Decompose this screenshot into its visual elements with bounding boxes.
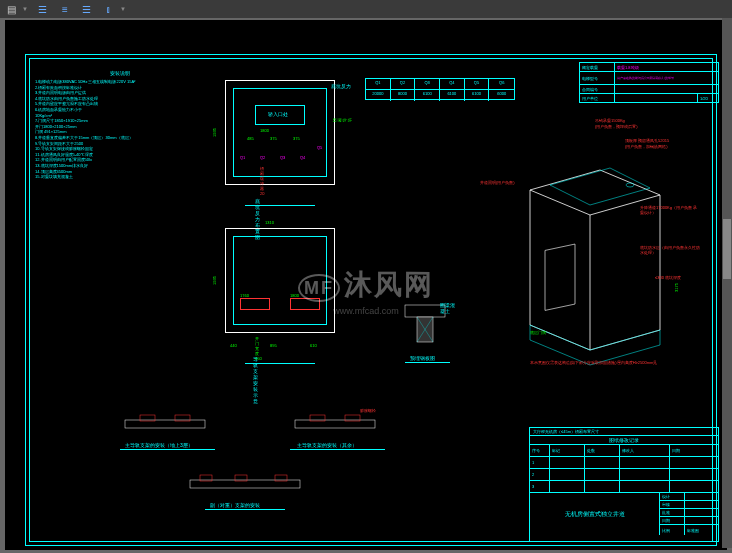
isometric-view: 吊钩承重1500Kg (用户负责，预埋或后置) 顶板厚 预留通风孔52015 (… <box>500 130 700 364</box>
iso-light: 井道照明(用户负责) <box>480 180 515 185</box>
info-block: 额定载重 载重1.8吨级 电梯型号 用户需在购货前与我公司联系确认订货型号 合同… <box>579 62 719 102</box>
rev-r1: 1 <box>530 457 550 468</box>
iso-main-note: 本示意图仅需表达构造(如下部分应采取加固措施)屋内高度H≥2500mm见 <box>530 360 685 365</box>
iso-door-label: 底层门洞 <box>530 330 546 335</box>
note-line-18: 15.对重块填充混凝土 <box>35 174 205 180</box>
detail2-title: 主导轨支架的安装（其余） <box>297 442 357 448</box>
rt-v3: 6100 <box>415 90 440 101</box>
rt-v1: 20000 <box>366 90 391 101</box>
detail2-bolt: 膨胀螺栓 <box>360 408 376 413</box>
title-underline-2 <box>245 363 315 364</box>
q5-label: Q5 <box>317 145 322 150</box>
info-value-4 <box>615 94 698 102</box>
rt-h2: Q2 <box>391 79 416 90</box>
reaction-title: 底坑反力 <box>331 83 351 89</box>
iso-hoist: 升降通道17000Kg（用户负责 承重设计） <box>640 205 700 215</box>
rt-v4: 6100 <box>440 90 465 101</box>
bracket-detail-3: 副（对重）支架的安装 <box>180 470 310 504</box>
cad-canvas[interactable]: 安装说明 1.电梯动力电源380VAC 50Hz 三相五线制电源220V 15A… <box>5 20 727 550</box>
dim-1760: 1760 <box>240 293 249 298</box>
rev-h1: 序号 <box>530 445 550 456</box>
align-top-icon[interactable]: ⫾ <box>102 2 116 16</box>
f-format: 标准图 <box>685 525 718 535</box>
detail3-svg <box>180 470 310 500</box>
info-label-2: 电梯型号 <box>580 72 615 84</box>
f-review: 审核 <box>660 501 685 508</box>
rt-v2: 8000 <box>391 90 416 101</box>
info-label-4: 用户单位 <box>580 94 615 102</box>
rt-h1: Q1 <box>366 79 391 90</box>
notes-block: 安装说明 1.电梯动力电源380VAC 50Hz 三相五线制电源220V 15A… <box>35 70 205 180</box>
iso-pit: 底坑防水层（由用户负责永久性防水处理） <box>640 245 700 255</box>
detail3-title: 副（对重）支架的安装 <box>210 502 260 508</box>
info-value-3 <box>615 85 718 93</box>
dim-895: 895 <box>270 343 277 348</box>
info-label-1: 额定载重 <box>580 63 615 71</box>
detail1-svg <box>115 410 215 440</box>
bracket-detail-2: 膨胀螺栓 主导轨支架的安装（其余） <box>285 410 385 444</box>
dim-485: 485 <box>247 136 254 141</box>
align-left-icon[interactable]: ☰ <box>36 2 50 16</box>
layer-icon[interactable]: ▤ <box>4 2 18 16</box>
dim-1935v: 1935 <box>212 128 217 137</box>
top-toolbar: ▤ ▼ ☰ ≡ ☰ ⫾ ▼ <box>0 0 732 18</box>
detail1-title: 主导轨支架的安装（地上3层） <box>125 442 193 448</box>
rev-h5: 日期 <box>670 445 718 456</box>
info-label-3: 合同编号 <box>580 85 615 93</box>
bracket-left <box>240 298 270 310</box>
detail3-underline <box>205 509 285 510</box>
shaft-inner-top <box>233 88 327 177</box>
rev-r2: 2 <box>530 469 550 480</box>
tb-header: 大行程无机房（≤45m）轿厢布置尺寸 <box>530 428 718 436</box>
f-approve: 批准 <box>660 509 685 516</box>
rt-h5: Q5 <box>465 79 490 90</box>
iso-dim-3175: 3175 <box>674 283 679 292</box>
iso-ceiling: 顶板厚 预留通风孔52015 <box>625 138 669 143</box>
dim-375b: 375 <box>293 136 300 141</box>
section-label: 圈梁混凝土 <box>440 302 455 314</box>
info-suffix: 1/20 <box>698 94 718 102</box>
align-right-icon[interactable]: ☰ <box>80 2 94 16</box>
svg-rect-9 <box>295 420 375 428</box>
title-underline-3 <box>405 362 450 363</box>
iso-ceiling2: (用户负责，加钢筋网格) <box>625 144 668 149</box>
align-center-icon[interactable]: ≡ <box>58 2 72 16</box>
dropdown-arrow2-icon[interactable]: ▼ <box>120 6 126 12</box>
f-design: 设计 <box>660 493 685 500</box>
rev-h4: 修改人 <box>620 445 670 456</box>
drawing-title: 无机房侧置式独立井道 <box>530 493 660 535</box>
section-title: 预埋钢板图 <box>410 355 435 361</box>
rt-h6: Q6 <box>489 79 514 90</box>
dim-375a: 375 <box>270 136 277 141</box>
dim-440: 440 <box>230 343 237 348</box>
rt-v5: 6100 <box>465 90 490 101</box>
bracket-detail-1: 主导轨支架的安装（地上3层） <box>115 410 215 444</box>
dim-1935v2: 1935 <box>212 276 217 285</box>
buffer-label: 轿厢缓冲器20 <box>260 166 264 196</box>
scrollbar-thumb[interactable] <box>723 219 731 279</box>
notes-title: 安装说明 <box>35 70 205 77</box>
rt-h3: Q3 <box>415 79 440 90</box>
title-block: 大行程无机房（≤45m）轿厢布置尺寸 图纸修改记录 序号 标记 处数 修改人 日… <box>529 427 719 542</box>
svg-rect-6 <box>125 420 205 428</box>
section-detail: 圈梁混凝土 预埋钢板图 <box>395 300 455 354</box>
dim-1800: 1800 <box>260 128 269 133</box>
bracket-right <box>290 298 320 310</box>
tb-rev-title: 图纸修改记录 <box>530 436 718 445</box>
rt-h4: Q4 <box>440 79 465 90</box>
rt-v6: 6000 <box>489 90 514 101</box>
dropdown-arrow-icon[interactable]: ▼ <box>22 6 28 12</box>
detail2-underline <box>290 449 385 450</box>
info-value-1: 载重1.8吨级 <box>615 63 718 71</box>
f-date: 日期 <box>660 517 685 524</box>
vertical-scrollbar[interactable] <box>722 18 732 548</box>
detail2-svg <box>285 410 385 440</box>
info-value-2: 用户需在购货前与我公司联系确认订货型号 <box>615 72 718 84</box>
q2-label: Q2 <box>260 155 265 160</box>
svg-rect-0 <box>405 305 445 317</box>
car-outline: 轿入口处 <box>255 105 305 125</box>
dim-1800b: 1800 <box>290 293 299 298</box>
f-scale: 比例 <box>660 525 685 535</box>
dim-610: 610 <box>310 343 317 348</box>
svg-point-4 <box>626 183 634 187</box>
